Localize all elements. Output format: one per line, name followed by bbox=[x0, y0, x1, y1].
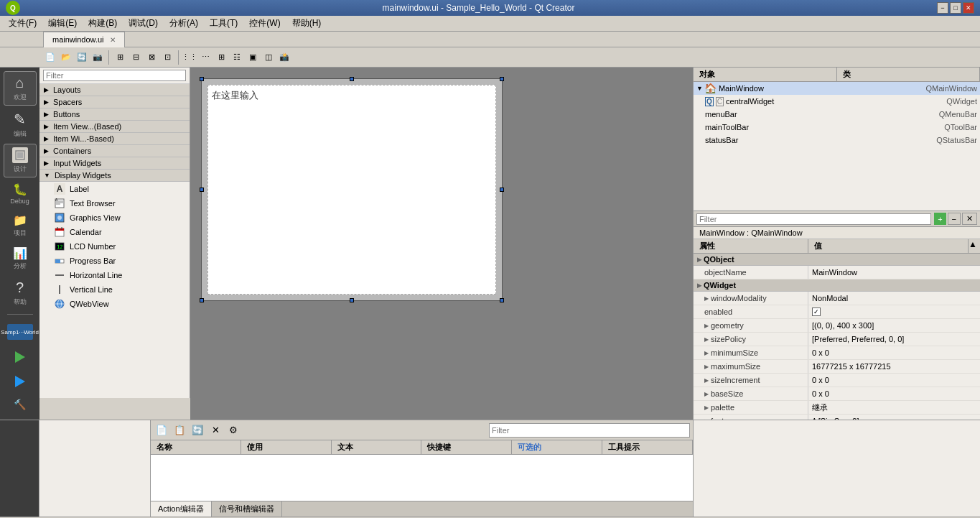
bottom-filter-input[interactable] bbox=[489, 423, 690, 438]
bottom-new-icon[interactable]: 📄 bbox=[154, 422, 169, 438]
left-tool-design[interactable]: 设计 bbox=[4, 144, 37, 177]
handle-tm[interactable] bbox=[350, 77, 354, 81]
obj-row-mainwindow[interactable]: ▼ 🏠 MainWindow QMainWindow bbox=[694, 82, 980, 95]
toolbar-grid2-icon[interactable]: ⋯ bbox=[198, 50, 213, 65]
widget-category-containers[interactable]: ▶ Containers bbox=[39, 145, 190, 157]
bottom-delete-icon[interactable]: ✕ bbox=[207, 422, 223, 438]
widget-category-buttons[interactable]: ▶ Buttons bbox=[39, 108, 190, 121]
close-button[interactable]: ✕ bbox=[963, 2, 974, 14]
widget-item-textbrowser[interactable]: A Text Browser bbox=[39, 196, 190, 211]
toolbar-grid6-icon[interactable]: ◫ bbox=[261, 50, 276, 65]
prop-name-windowmodality[interactable]: ▶windowModality bbox=[694, 292, 808, 305]
obj-row-centralwidget[interactable]: Q C centralWidget QWidget bbox=[694, 95, 980, 108]
prop-value-maximumsize[interactable]: 16777215 x 16777215 bbox=[808, 361, 980, 371]
menu-widgets[interactable]: 控件(W) bbox=[243, 16, 286, 31]
prop-value-minimumsize[interactable]: 0 x 0 bbox=[808, 348, 980, 358]
prop-group-qobject[interactable]: ▶ QObject bbox=[694, 254, 980, 266]
prop-add-button[interactable]: + bbox=[934, 213, 946, 225]
prop-value-font[interactable]: A [SimSun, 9] bbox=[808, 416, 980, 420]
doc-tab-close-icon[interactable]: ✕ bbox=[110, 36, 116, 44]
left-tool-run[interactable] bbox=[4, 346, 37, 368]
prop-scroll-up[interactable]: ▲ bbox=[969, 239, 980, 253]
toolbar-snapshot-icon[interactable]: 📷 bbox=[90, 50, 105, 65]
design-canvas[interactable]: 在这里输入 bbox=[201, 78, 503, 301]
widget-category-itemwidget[interactable]: ▶ Item Wi...-Based) bbox=[39, 133, 190, 145]
widget-item-lcdnumber[interactable]: 12 LCD Number bbox=[39, 239, 190, 254]
prop-name-palette[interactable]: ▶palette bbox=[694, 401, 808, 414]
prop-close-button[interactable]: ✕ bbox=[962, 213, 977, 225]
left-tool-project[interactable]: 📁 项目 bbox=[4, 210, 37, 241]
widget-item-graphicsview[interactable]: Graphics View bbox=[39, 211, 190, 225]
prop-filter-input[interactable] bbox=[696, 213, 931, 225]
menu-help[interactable]: 帮助(H) bbox=[286, 16, 327, 31]
prop-name-minimumsize[interactable]: ▶minimumSize bbox=[694, 346, 808, 359]
menu-file[interactable]: 文件(F) bbox=[3, 16, 42, 31]
menu-analyze[interactable]: 分析(A) bbox=[164, 16, 204, 31]
handle-bl[interactable] bbox=[200, 298, 204, 302]
widget-category-display[interactable]: ▼ Display Widgets bbox=[39, 170, 190, 182]
prop-group-qwidget[interactable]: ▶ QWidget bbox=[694, 279, 980, 292]
bottom-settings-icon[interactable]: ⚙ bbox=[225, 422, 241, 438]
obj-row-maintoolbar[interactable]: mainToolBar QToolBar bbox=[694, 121, 980, 134]
prop-value-sizeincrement[interactable]: 0 x 0 bbox=[808, 375, 980, 385]
prop-value-enabled[interactable] bbox=[808, 307, 980, 317]
doc-tab-mainwindow[interactable]: mainwindow.ui ✕ bbox=[43, 32, 125, 47]
widget-category-itemview[interactable]: ▶ Item View...(Based) bbox=[39, 121, 190, 133]
left-tool-welcome[interactable]: ⌂ 欢迎 bbox=[4, 71, 37, 106]
minimize-button[interactable]: − bbox=[937, 2, 948, 14]
prop-value-sizepolicy[interactable]: [Preferred, Preferred, 0, 0] bbox=[808, 334, 980, 344]
obj-row-menubar[interactable]: menuBar QMenuBar bbox=[694, 108, 980, 121]
handle-tl[interactable] bbox=[200, 77, 204, 81]
widget-item-label[interactable]: A Label bbox=[39, 182, 190, 196]
left-tool-analyze[interactable]: 📊 分析 bbox=[4, 243, 37, 274]
prop-name-font[interactable]: ▶font bbox=[694, 415, 808, 420]
prop-remove-button[interactable]: − bbox=[948, 213, 961, 225]
prop-value-objectname[interactable]: MainWindow bbox=[808, 267, 980, 277]
handle-ml[interactable] bbox=[200, 188, 204, 192]
bottom-refresh-icon[interactable]: 🔄 bbox=[190, 422, 205, 438]
widget-category-layouts[interactable]: ▶ Layouts bbox=[39, 84, 190, 96]
left-tool-run-debug[interactable] bbox=[4, 371, 37, 392]
prop-value-palette[interactable]: 继承 bbox=[808, 402, 980, 414]
toolbar-screenshot-icon[interactable]: 📸 bbox=[277, 50, 291, 65]
bottom-tab-signal-slot[interactable]: 信号和槽编辑器 bbox=[212, 501, 282, 517]
obj-row-statusbar[interactable]: statusBar QStatusBar bbox=[694, 134, 980, 147]
handle-tr[interactable] bbox=[500, 77, 504, 81]
toolbar-new-icon[interactable]: 📄 bbox=[43, 50, 57, 65]
widget-item-vline[interactable]: Vertical Line bbox=[39, 282, 190, 297]
maximize-button[interactable]: □ bbox=[950, 2, 961, 14]
bottom-copy-icon[interactable]: 📋 bbox=[172, 422, 187, 438]
canvas-inner[interactable]: 在这里输入 bbox=[207, 85, 496, 295]
toolbar-align3-icon[interactable]: ⊠ bbox=[144, 50, 159, 65]
menu-build[interactable]: 构建(B) bbox=[83, 16, 123, 31]
toolbar-grid3-icon[interactable]: ⊞ bbox=[214, 50, 228, 65]
menu-tools[interactable]: 工具(T) bbox=[204, 16, 243, 31]
toolbar-grid4-icon[interactable]: ☷ bbox=[230, 50, 244, 65]
prop-value-windowmodality[interactable]: NonModal bbox=[808, 293, 980, 303]
menu-debug[interactable]: 调试(D) bbox=[123, 16, 164, 31]
handle-br[interactable] bbox=[500, 298, 504, 302]
handle-mr[interactable] bbox=[500, 188, 504, 192]
widget-item-qwebview[interactable]: QWebView bbox=[39, 297, 190, 311]
prop-name-sizepolicy[interactable]: ▶sizePolicy bbox=[694, 333, 808, 346]
widget-item-hline[interactable]: Horizontal Line bbox=[39, 268, 190, 282]
prop-name-geometry[interactable]: ▶geometry bbox=[694, 319, 808, 332]
toolbar-grid5-icon[interactable]: ▣ bbox=[246, 50, 260, 65]
enabled-checkbox[interactable] bbox=[812, 307, 821, 316]
toolbar-open-icon[interactable]: 📂 bbox=[59, 50, 73, 65]
left-tool-debug[interactable]: 🐛 Debug bbox=[4, 179, 37, 208]
bottom-tab-action-editor[interactable]: Action编辑器 bbox=[151, 501, 212, 517]
prop-name-maximumsize[interactable]: ▶maximumSize bbox=[694, 360, 808, 373]
widget-category-spacers[interactable]: ▶ Spacers bbox=[39, 96, 190, 108]
toolbar-grid1-icon[interactable]: ⋮⋮ bbox=[182, 50, 197, 65]
mainwindow-arrow[interactable]: ▼ bbox=[696, 85, 703, 92]
toolbar-align1-icon[interactable]: ⊞ bbox=[113, 50, 127, 65]
left-tool-help[interactable]: ? 帮助 bbox=[4, 276, 37, 310]
prop-name-basesize[interactable]: ▶baseSize bbox=[694, 387, 808, 400]
left-tool-sample[interactable]: Samp1···World bbox=[4, 320, 37, 343]
menu-edit[interactable]: 编辑(E) bbox=[42, 16, 83, 31]
toolbar-align4-icon[interactable]: ⊡ bbox=[160, 50, 174, 65]
left-tool-edit[interactable]: ✎ 编辑 bbox=[4, 107, 37, 142]
prop-name-sizeincrement[interactable]: ▶sizeIncrement bbox=[694, 374, 808, 387]
prop-value-basesize[interactable]: 0 x 0 bbox=[808, 389, 980, 399]
